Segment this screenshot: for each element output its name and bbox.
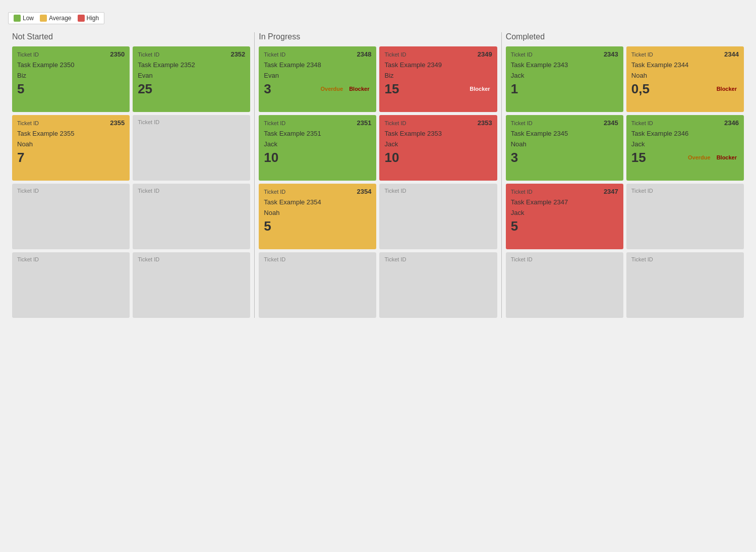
ticket-card[interactable]: Ticket ID 2347 Task Example 2347 Jack 5 xyxy=(506,184,623,249)
card-badges: OverdueBlocker xyxy=(686,154,739,161)
card-badges: OverdueBlocker xyxy=(318,85,371,92)
ticket-card[interactable]: Ticket ID 2354 Task Example 2354 Noah 5 xyxy=(259,184,376,249)
card-header: Ticket ID 2354 xyxy=(264,188,371,195)
badge-overdue: Overdue xyxy=(318,85,345,92)
card-footer: 10 xyxy=(384,151,492,164)
card-header: Ticket ID 2345 xyxy=(511,119,618,127)
ticket-id-label: Ticket ID xyxy=(631,188,739,194)
card-header: Ticket ID 2347 xyxy=(511,188,618,195)
column-title: Not Started xyxy=(12,32,250,41)
ticket-card[interactable]: Ticket ID 2355 Task Example 2355 Noah 7 xyxy=(12,115,130,181)
card-assignee: Jack xyxy=(511,209,618,216)
card-header: Ticket ID 2346 xyxy=(631,119,739,127)
card-points: 25 xyxy=(138,82,152,95)
card-badges: Blocker xyxy=(715,85,739,92)
ticket-card[interactable]: Ticket ID 2348 Task Example 2348 Evan 3 … xyxy=(259,46,376,112)
ticket-card[interactable]: Ticket ID 2352 Task Example 2352 Evan 25 xyxy=(133,46,250,112)
card-points: 1 xyxy=(511,82,518,95)
card-assignee: Jack xyxy=(384,140,492,148)
badge-blocker: Blocker xyxy=(715,154,739,161)
card-points: 10 xyxy=(384,151,399,164)
card-title: Task Example 2343 xyxy=(511,61,618,70)
ticket-card: Ticket ID xyxy=(133,252,250,318)
card-assignee: Jack xyxy=(631,140,739,148)
card-assignee: Noah xyxy=(631,72,739,79)
ticket-id: 2350 xyxy=(110,50,125,58)
card-points: 10 xyxy=(264,151,278,164)
ticket-id-label: Ticket ID xyxy=(631,120,653,126)
card-points: 15 xyxy=(384,82,399,95)
ticket-id-label: Ticket ID xyxy=(384,51,406,58)
card-footer: 3 OverdueBlocker xyxy=(264,82,371,95)
ticket-id-label: Ticket ID xyxy=(384,120,406,126)
card-title: Task Example 2355 xyxy=(17,130,125,138)
ticket-card: Ticket ID xyxy=(12,184,130,249)
card-footer: 25 xyxy=(138,82,245,95)
ticket-id-label: Ticket ID xyxy=(264,120,285,126)
ticket-card[interactable]: Ticket ID 2344 Task Example 2344 Noah 0,… xyxy=(626,46,744,112)
card-title: Task Example 2344 xyxy=(631,61,739,70)
card-points: 5 xyxy=(17,82,24,95)
ticket-id-label: Ticket ID xyxy=(17,256,125,262)
ticket-id-label: Ticket ID xyxy=(17,51,39,58)
ticket-card[interactable]: Ticket ID 2349 Task Example 2349 Biz 15 … xyxy=(379,46,497,112)
card-footer: 7 xyxy=(17,151,125,164)
legend-item: Average xyxy=(40,15,71,22)
ticket-id: 2348 xyxy=(357,50,372,58)
card-header: Ticket ID 2348 xyxy=(264,50,371,58)
ticket-card[interactable]: Ticket ID 2345 Task Example 2345 Noah 3 xyxy=(506,115,623,181)
ticket-card: Ticket ID xyxy=(506,252,623,318)
card-title: Task Example 2349 xyxy=(384,61,492,70)
card-title: Task Example 2352 xyxy=(138,61,245,70)
card-footer: 10 xyxy=(264,151,371,164)
card-header: Ticket ID 2343 xyxy=(511,50,618,58)
badge-blocker: Blocker xyxy=(715,85,739,92)
ticket-card[interactable]: Ticket ID 2346 Task Example 2346 Jack 15… xyxy=(626,115,744,181)
badge-blocker: Blocker xyxy=(347,85,371,92)
legend-label: Low xyxy=(23,15,34,22)
card-header: Ticket ID 2353 xyxy=(384,119,492,127)
ticket-card[interactable]: Ticket ID 2350 Task Example 2350 Biz 5 xyxy=(12,46,130,112)
card-header: Ticket ID 2344 xyxy=(631,50,739,58)
card-points: 15 xyxy=(631,151,646,164)
card-header: Ticket ID 2352 xyxy=(138,50,245,58)
card-title: Task Example 2354 xyxy=(264,198,371,207)
card-title: Task Example 2353 xyxy=(384,130,492,138)
card-title: Task Example 2345 xyxy=(511,130,618,138)
column-in-progress: In Progress Ticket ID 2348 Task Example … xyxy=(255,32,501,318)
ticket-id-label: Ticket ID xyxy=(384,188,492,194)
card-footer: 0,5 Blocker xyxy=(631,82,739,95)
card-points: 5 xyxy=(264,219,271,233)
card-points: 7 xyxy=(17,151,24,164)
card-assignee: Jack xyxy=(511,72,618,79)
ticket-card[interactable]: Ticket ID 2351 Task Example 2351 Jack 10 xyxy=(259,115,376,181)
card-assignee: Jack xyxy=(264,140,371,148)
ticket-card: Ticket ID xyxy=(12,252,130,318)
card-assignee: Biz xyxy=(384,72,492,79)
legend-color xyxy=(14,15,21,22)
card-points: 5 xyxy=(511,219,518,233)
card-assignee: Noah xyxy=(511,140,618,148)
card-footer: 5 xyxy=(264,219,371,233)
ticket-card: Ticket ID xyxy=(259,252,376,318)
ticket-id: 2354 xyxy=(357,188,372,195)
ticket-id: 2346 xyxy=(724,119,739,127)
ticket-id: 2345 xyxy=(604,119,618,127)
ticket-id-label: Ticket ID xyxy=(17,188,125,194)
ticket-card: Ticket ID xyxy=(133,115,250,181)
ticket-card: Ticket ID xyxy=(379,184,497,249)
ticket-id-label: Ticket ID xyxy=(631,51,653,58)
ticket-id-label: Ticket ID xyxy=(138,256,245,262)
ticket-id-label: Ticket ID xyxy=(511,120,533,126)
ticket-card: Ticket ID xyxy=(626,184,744,249)
legend-color xyxy=(40,15,47,22)
card-points: 3 xyxy=(264,82,271,95)
ticket-id-label: Ticket ID xyxy=(631,256,739,262)
ticket-card[interactable]: Ticket ID 2343 Task Example 2343 Jack 1 xyxy=(506,46,623,112)
cards-grid: Ticket ID 2350 Task Example 2350 Biz 5 T… xyxy=(12,46,250,318)
board: Not Started Ticket ID 2350 Task Example … xyxy=(8,32,748,318)
ticket-id-label: Ticket ID xyxy=(264,189,285,195)
card-footer: 5 xyxy=(17,82,125,95)
ticket-id-label: Ticket ID xyxy=(264,51,285,58)
ticket-card[interactable]: Ticket ID 2353 Task Example 2353 Jack 10 xyxy=(379,115,497,181)
